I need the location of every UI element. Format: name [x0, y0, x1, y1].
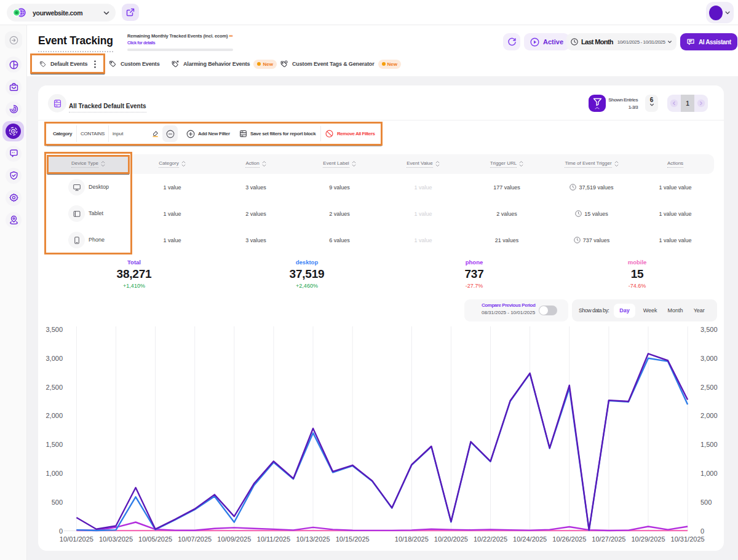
- svg-text:10/31/2025: 10/31/2025: [671, 535, 705, 543]
- svg-text:2,000: 2,000: [46, 412, 63, 419]
- svg-text:10/05/2025: 10/05/2025: [138, 535, 172, 543]
- svg-text:0: 0: [59, 527, 63, 535]
- svg-text:1,000: 1,000: [700, 470, 718, 477]
- svg-text:10/27/2025: 10/27/2025: [592, 535, 625, 543]
- svg-text:10/15/2025: 10/15/2025: [336, 535, 370, 543]
- svg-text:10/09/2025: 10/09/2025: [217, 535, 251, 543]
- svg-text:500: 500: [52, 499, 63, 506]
- svg-text:2,500: 2,500: [700, 384, 718, 391]
- svg-text:0: 0: [700, 527, 704, 535]
- svg-text:3,000: 3,000: [700, 355, 718, 362]
- svg-text:3,500: 3,500: [700, 326, 718, 333]
- svg-text:3,000: 3,000: [46, 355, 63, 362]
- svg-text:10/29/2025: 10/29/2025: [631, 535, 665, 543]
- svg-text:10/11/2025: 10/11/2025: [257, 535, 290, 543]
- svg-text:2,500: 2,500: [46, 384, 63, 391]
- svg-text:3,500: 3,500: [46, 326, 63, 333]
- svg-text:10/20/2025: 10/20/2025: [434, 535, 468, 543]
- svg-text:500: 500: [700, 499, 712, 506]
- svg-text:10/26/2025: 10/26/2025: [552, 535, 586, 543]
- svg-text:10/01/2025: 10/01/2025: [60, 535, 93, 543]
- svg-text:10/24/2025: 10/24/2025: [513, 535, 547, 543]
- svg-text:2,000: 2,000: [700, 412, 718, 419]
- svg-text:1,500: 1,500: [700, 441, 718, 448]
- svg-text:1,500: 1,500: [46, 441, 63, 448]
- svg-text:10/03/2025: 10/03/2025: [99, 535, 133, 543]
- svg-text:1,000: 1,000: [46, 470, 63, 477]
- svg-text:10/18/2025: 10/18/2025: [395, 535, 429, 543]
- svg-text:10/07/2025: 10/07/2025: [178, 535, 212, 543]
- svg-text:10/13/2025: 10/13/2025: [296, 535, 330, 543]
- svg-text:10/22/2025: 10/22/2025: [474, 535, 507, 543]
